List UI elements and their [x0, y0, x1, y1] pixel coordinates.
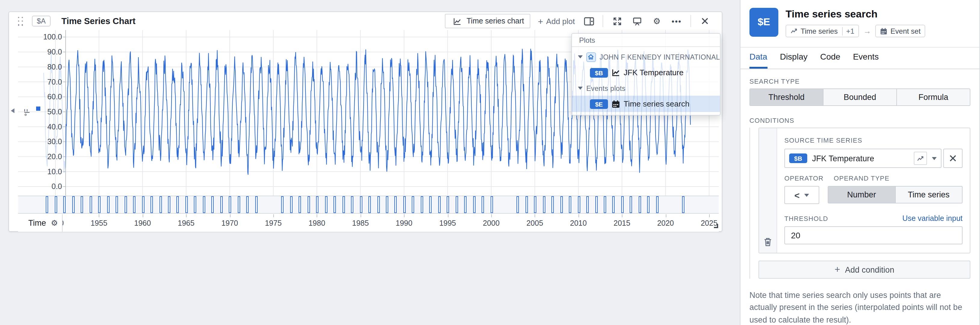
fullscreen-icon[interactable]: [611, 15, 623, 27]
event-bar[interactable]: [569, 196, 571, 213]
event-bar[interactable]: [124, 196, 127, 213]
event-bar[interactable]: [682, 196, 685, 213]
event-bar[interactable]: [586, 196, 589, 213]
event-bar[interactable]: [151, 196, 153, 213]
plot-group-jfk[interactable]: JOHN F KENNEDY INTERNATIONAL: [572, 49, 720, 64]
event-bar[interactable]: [403, 196, 406, 213]
event-bar[interactable]: [142, 196, 144, 213]
event-bar[interactable]: [133, 196, 135, 213]
gear-icon[interactable]: ⚙: [51, 219, 58, 227]
tab-data[interactable]: Data: [749, 52, 767, 69]
event-bar[interactable]: [560, 196, 563, 213]
event-bar[interactable]: [456, 196, 458, 213]
event-bar[interactable]: [168, 196, 170, 213]
event-bar[interactable]: [46, 196, 48, 213]
event-bar[interactable]: [220, 196, 223, 213]
panel-layout-button[interactable]: [583, 15, 595, 27]
event-bar[interactable]: [360, 196, 362, 213]
chevron-down-icon[interactable]: [578, 55, 583, 58]
event-bar[interactable]: [421, 196, 423, 213]
search-type-threshold[interactable]: Threshold: [750, 89, 823, 105]
chevron-down-icon[interactable]: [932, 157, 937, 160]
event-bar[interactable]: [116, 196, 118, 213]
event-bar[interactable]: [342, 196, 345, 213]
event-bar[interactable]: [656, 196, 659, 213]
event-bar[interactable]: [159, 196, 162, 213]
event-bar[interactable]: [351, 196, 353, 213]
event-bar[interactable]: [238, 196, 240, 213]
x-axis-settings[interactable]: Time ⚙: [18, 214, 63, 232]
event-bar[interactable]: [281, 196, 283, 213]
event-bar[interactable]: [81, 196, 83, 213]
trash-icon[interactable]: [763, 237, 772, 247]
event-bar[interactable]: [447, 196, 449, 213]
chevron-down-icon[interactable]: [578, 87, 583, 90]
event-bar[interactable]: [438, 196, 441, 213]
event-bar[interactable]: [316, 196, 318, 213]
tab-code[interactable]: Code: [820, 52, 840, 69]
drag-handle-icon[interactable]: [18, 17, 23, 27]
plot-item-time-series-search[interactable]: $E Time series search: [572, 96, 720, 112]
operator-select[interactable]: <: [784, 186, 819, 204]
events-strip[interactable]: [18, 196, 719, 213]
event-bar[interactable]: [578, 196, 580, 213]
event-bar[interactable]: [307, 196, 310, 213]
plot-item-jfk-temperature[interactable]: $B JFK Temperature: [572, 64, 720, 81]
input-type-pill[interactable]: Time series +1: [786, 25, 859, 37]
event-bar[interactable]: [412, 196, 414, 213]
event-bar[interactable]: [177, 196, 179, 213]
tab-display[interactable]: Display: [780, 52, 808, 69]
event-bar[interactable]: [386, 196, 388, 213]
event-bar[interactable]: [63, 196, 65, 213]
event-bar[interactable]: [255, 196, 258, 213]
presentation-icon[interactable]: [631, 15, 643, 27]
plot-group-events[interactable]: Events plots: [572, 81, 720, 96]
event-bar[interactable]: [482, 196, 484, 213]
output-type-pill[interactable]: Event set: [875, 25, 926, 37]
event-bar[interactable]: [525, 196, 528, 213]
threshold-input[interactable]: [784, 226, 963, 244]
event-bar[interactable]: [98, 196, 100, 213]
operand-type-number[interactable]: Number: [828, 186, 895, 203]
event-bar[interactable]: [621, 196, 624, 213]
event-bar[interactable]: [299, 196, 301, 213]
event-bar[interactable]: [639, 196, 641, 213]
search-type-bounded[interactable]: Bounded: [823, 89, 896, 105]
event-bar[interactable]: [185, 196, 188, 213]
event-bar[interactable]: [490, 196, 493, 213]
event-bar[interactable]: [395, 196, 397, 213]
use-variable-input-link[interactable]: Use variable input: [902, 214, 963, 223]
event-bar[interactable]: [630, 196, 632, 213]
chart-variable-badge[interactable]: $A: [32, 16, 51, 27]
event-bar[interactable]: [534, 196, 536, 213]
event-bar[interactable]: [377, 196, 380, 213]
clear-source-button[interactable]: [943, 149, 963, 168]
event-bar[interactable]: [517, 196, 519, 213]
event-bar[interactable]: [194, 196, 197, 213]
event-bar[interactable]: [648, 196, 650, 213]
event-bar[interactable]: [72, 196, 74, 213]
event-bar[interactable]: [551, 196, 554, 213]
preview-series-button[interactable]: [914, 152, 927, 165]
close-icon[interactable]: [699, 15, 711, 27]
chart-type-button[interactable]: Time series chart: [445, 14, 530, 28]
source-series-select[interactable]: $B JFK Temperature: [784, 149, 942, 168]
gear-icon[interactable]: ⚙: [651, 15, 663, 27]
resize-handle[interactable]: [714, 224, 718, 228]
search-type-formula[interactable]: Formula: [896, 89, 970, 105]
event-bar[interactable]: [542, 196, 545, 213]
event-bar[interactable]: [212, 196, 214, 213]
operand-type-time-series[interactable]: Time series: [895, 186, 962, 203]
event-bar[interactable]: [325, 196, 327, 213]
event-bar[interactable]: [290, 196, 292, 213]
event-bar[interactable]: [612, 196, 615, 213]
event-bar[interactable]: [89, 196, 92, 213]
add-condition-button[interactable]: + Add condition: [759, 261, 970, 279]
event-bar[interactable]: [229, 196, 231, 213]
event-bar[interactable]: [247, 196, 249, 213]
event-bar[interactable]: [465, 196, 467, 213]
event-bar[interactable]: [54, 196, 57, 213]
event-bar[interactable]: [107, 196, 109, 213]
collapse-axis-icon[interactable]: [11, 108, 14, 113]
event-bar[interactable]: [595, 196, 597, 213]
